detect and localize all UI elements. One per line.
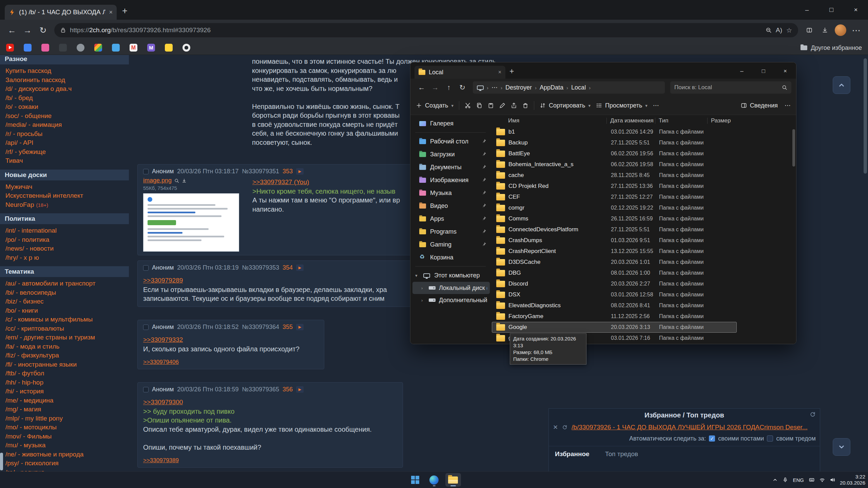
tab-top-threads[interactable]: Топ тредов — [605, 450, 638, 458]
board-link[interactable]: /o/ - оэкаки — [0, 102, 129, 112]
board-link[interactable]: /mlp/ - my little pony — [0, 414, 129, 423]
bookmark-icon[interactable] — [165, 44, 173, 52]
microphone-icon[interactable] — [783, 477, 788, 483]
nav-item[interactable]: Документы — [412, 161, 490, 174]
post-number-link[interactable]: №330979364 — [242, 324, 279, 331]
nav-item[interactable]: Галерея — [412, 117, 490, 130]
read-aloud-icon[interactable]: A) — [776, 26, 782, 34]
language-indicator[interactable]: ENG — [793, 477, 804, 483]
favorite-star-icon[interactable]: ☆ — [786, 26, 792, 34]
details-pane-button[interactable]: Сведения — [741, 102, 778, 109]
cut-button[interactable] — [465, 102, 471, 109]
bookmark-icon[interactable] — [41, 44, 49, 52]
board-link[interactable]: /mg/ - магия — [0, 405, 129, 414]
nav-item-disk-d[interactable]: › Дополнительный диск — [412, 294, 490, 306]
more-options-icon[interactable]: ⋯ — [785, 102, 791, 109]
board-link[interactable]: /mo/ - мотоциклы — [0, 423, 129, 432]
column-date[interactable]: Дата изменения — [610, 117, 655, 124]
nav-item[interactable]: Загрузки — [412, 148, 490, 161]
file-row[interactable]: Discord 20.03.2026 2:27 Папка с файлами — [492, 278, 737, 289]
board-link[interactable]: /hh/ - hip-hop — [0, 378, 129, 387]
remove-favorite-icon[interactable]: ✕ — [553, 424, 558, 431]
bookmark-icon[interactable] — [24, 44, 32, 52]
view-button[interactable]: Просмотреть▾ — [596, 102, 648, 109]
column-name[interactable]: Имя — [508, 117, 606, 124]
explorer-tab[interactable]: Local × — [414, 66, 505, 79]
file-row[interactable]: ConnectedDevicesPlatform 27.11.2025 5:51… — [492, 224, 737, 235]
sort-button[interactable]: Сортировать▾ — [540, 102, 591, 109]
file-row[interactable]: ElevatedDiagnostics 08.02.2026 8:41 Папк… — [492, 300, 737, 311]
touch-keyboard-icon[interactable] — [809, 477, 815, 483]
breadcrumb-segment[interactable]: Local — [571, 84, 586, 91]
board-link[interactable]: /me/ - медицина — [0, 396, 129, 405]
file-row[interactable]: Comms 26.11.2025 16:59 Папка с файлами — [492, 213, 737, 224]
back-button[interactable]: ← — [415, 81, 428, 94]
maximize-button[interactable]: □ — [753, 64, 774, 79]
file-row[interactable]: comgr 02.12.2025 19:22 Папка с файлами — [492, 202, 737, 213]
more-commands-icon[interactable]: ⋯ — [653, 102, 659, 109]
maximize-button[interactable]: □ — [819, 0, 844, 20]
minimize-button[interactable]: – — [795, 0, 819, 20]
board-link[interactable]: Тивач — [0, 156, 129, 165]
board-link[interactable]: /soc/ - общение — [0, 112, 129, 121]
reply-arrow-button[interactable]: ▶ — [296, 386, 304, 393]
nav-item[interactable]: Видео — [412, 199, 490, 212]
bookmark-icon[interactable] — [182, 44, 190, 52]
board-link[interactable]: /hry/ - х р ю — [0, 253, 129, 262]
refresh-button[interactable]: ↻ — [456, 81, 469, 94]
board-link[interactable]: /mov/ - Фильмы — [0, 432, 129, 441]
refresh-button[interactable]: ↻ — [36, 23, 50, 37]
file-row[interactable]: D3DSCache 20.03.2026 1:01 Папка с файлам… — [492, 257, 737, 268]
site-info-lock-icon[interactable] — [60, 27, 66, 33]
zoom-out-icon[interactable] — [766, 27, 772, 33]
forward-button[interactable]: → — [429, 81, 442, 94]
board-link[interactable]: /r/ - просьбы — [0, 130, 129, 139]
close-button[interactable]: × — [774, 64, 796, 79]
tab-close-icon[interactable]: × — [498, 69, 501, 75]
board-link[interactable]: /cc/ - криптовалюты — [0, 324, 129, 333]
tab-close-icon[interactable]: × — [109, 9, 113, 16]
post-toggle-icon[interactable] — [143, 325, 149, 330]
other-favorites[interactable]: Другое избранное — [801, 41, 862, 55]
file-row[interactable]: CrashReportClient 13.12.2025 15:55 Папка… — [492, 246, 737, 257]
more-menu-icon[interactable]: ⋯ — [849, 23, 863, 37]
post-replies-link[interactable]: >>330979389 — [143, 457, 397, 464]
post-toggle-icon[interactable] — [143, 387, 149, 392]
nav-item[interactable]: Корзина — [412, 251, 490, 264]
close-button[interactable]: × — [844, 0, 868, 20]
nav-item[interactable]: Рабочий стол — [412, 135, 490, 148]
split-screen-icon[interactable] — [802, 23, 816, 37]
board-link[interactable]: /media/ - анимация — [0, 120, 129, 130]
board-link[interactable]: Залогинить пасскод — [0, 76, 129, 85]
bookmark-icon[interactable] — [130, 44, 137, 52]
bookmark-icon[interactable] — [112, 44, 120, 52]
board-link[interactable]: Мужичач — [0, 182, 129, 192]
follow-own-posts-checkbox[interactable]: ✓ — [709, 435, 715, 442]
post-number-link[interactable]: №330979353 — [242, 264, 279, 271]
sidebar-scrollbar-thumb[interactable] — [0, 453, 3, 470]
board-link[interactable]: /fiz/ - физкультура — [0, 351, 129, 360]
speaker-icon[interactable] — [830, 477, 835, 483]
reply-arrow-button[interactable]: ▶ — [296, 168, 304, 175]
expander-down-icon[interactable]: ▾ — [415, 273, 419, 278]
delete-button[interactable] — [522, 102, 528, 109]
post-toggle-icon[interactable] — [143, 169, 149, 174]
new-tab-button[interactable]: + — [122, 6, 128, 16]
up-button[interactable]: ↑ — [442, 81, 455, 94]
post-ordinal-link[interactable]: 354 — [283, 264, 293, 271]
nav-item[interactable]: Изображения — [412, 174, 490, 187]
post-toggle-icon[interactable] — [143, 265, 149, 271]
nav-item[interactable]: Apps — [412, 212, 490, 225]
post-ordinal-link[interactable]: 353 — [283, 168, 293, 175]
board-link[interactable]: /int/ - international — [0, 226, 129, 235]
board-link[interactable]: /api/ - API — [0, 138, 129, 148]
board-link[interactable]: /bi/ - велосипеды — [0, 288, 129, 297]
attachment-link[interactable]: image.png — [143, 177, 252, 184]
rename-button[interactable] — [499, 102, 505, 109]
board-link[interactable]: /em/ - другие страны и туризм — [0, 333, 129, 342]
search-icon[interactable] — [174, 178, 179, 183]
taskbar-explorer-button[interactable] — [445, 473, 461, 487]
tray-chevron-up-icon[interactable] — [772, 477, 778, 483]
board-link[interactable]: /news/ - новости — [0, 244, 129, 253]
nav-item-disk-c[interactable]: › Локальный диск (C:) — [412, 282, 490, 294]
